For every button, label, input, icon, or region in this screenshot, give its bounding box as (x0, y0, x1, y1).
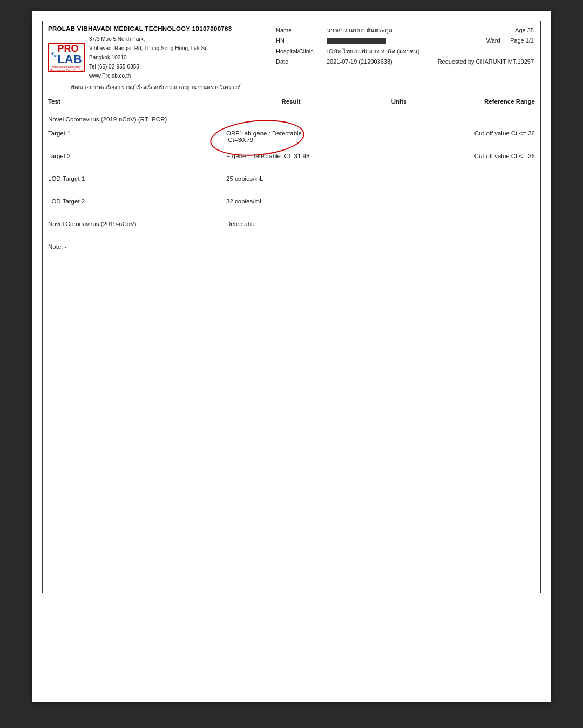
col-header-units: Units (350, 98, 448, 105)
row-range-covid (448, 220, 535, 221)
column-headers: Test Result Units Reference Range (42, 96, 541, 107)
col-header-test: Test (48, 98, 232, 105)
org-title: PROLAB VIBHAVADI MEDICAL TECHNOLOGY 1010… (48, 25, 263, 32)
slogan: พัฒนาอย่างต่อเนื่อง ปราชญ์เรื่องเรื่องบร… (48, 83, 263, 91)
date-row: Date 2021-07-19 (212003638) Requested by… (276, 58, 534, 65)
header-section: PROLAB VIBHAVADI MEDICAL TECHNOLOGY 1010… (42, 21, 541, 96)
table-row: Target 2 E gene : Detectable ,Ct=31.98 C… (48, 152, 535, 167)
table-row: LOD Target 2 32 copies/mL (48, 197, 535, 212)
row-label-covid: Novel Coronavirus (2019-nCoV) (48, 220, 226, 227)
table-row: Novel Coronavirus (2019-nCoV) Detectable (48, 220, 535, 235)
row-label-target2: Target 2 (48, 152, 226, 159)
row-units-target2 (350, 152, 448, 153)
row-range-target2: Cut-off value Ct <= 36 (448, 152, 535, 159)
logo-pro-text: PRO (57, 44, 82, 53)
header-left: PROLAB VIBHAVADI MEDICAL TECHNOLOGY 1010… (43, 21, 269, 96)
row-result-target1: ORF1 ab gene : Detectable ,Ct=30.79 (226, 129, 350, 143)
table-row: LOD Target 1 25 copies/mL (48, 174, 535, 189)
table-row: Target 1 ORF1 ab gene : Detectable ,Ct=3… (48, 129, 535, 144)
note-row: Note: - (48, 243, 535, 250)
row-range-lod1 (448, 174, 535, 175)
test-main-title: Novel Coronavirus (2019-nCoV) (RT- PCR) (48, 116, 535, 123)
row-range-target1: Cut-off value Ct <= 36 (448, 129, 535, 137)
row-result-lod2: 32 copies/mL (226, 197, 350, 205)
logo-sub-text: Professional LaboratoryManagement Corp. … (50, 65, 83, 72)
patient-name-row: Name นางสาว ณปภา ตันตระกูล Age 35 (276, 25, 534, 35)
logo-box: 🐾 PRO LAB Professional LaboratoryManagem… (48, 43, 85, 72)
address-block: 37/3 Moo 5 North Park, Vibhavadi-Rangsit… (89, 35, 207, 80)
row-units-lod2 (350, 197, 448, 198)
row-result-covid: Detectable (226, 220, 350, 227)
row-label-target1: Target 1 (48, 129, 226, 137)
redacted-hn (327, 38, 386, 44)
row-range-lod2 (448, 197, 535, 198)
row-label-lod1: LOD Target 1 (48, 174, 226, 182)
row-units-target1 (350, 129, 448, 130)
col-header-range: Reference Range (448, 98, 535, 105)
hospital-row: Hospital/Clinic บริษัท ไทยเบเฟ่เวเรจ จำก… (276, 46, 534, 56)
hn-row: HN Ward Page 1/1 (276, 37, 534, 44)
header-right: Name นางสาว ณปภา ตันตระกูล Age 35 HN War… (269, 21, 540, 96)
row-label-lod2: LOD Target 2 (48, 197, 226, 205)
logo-lab-text: LAB (57, 53, 82, 65)
row-units-covid (350, 220, 448, 221)
logo-row: 🐾 PRO LAB Professional LaboratoryManagem… (48, 35, 263, 80)
row-result-target2: E gene : Detectable ,Ct=31.98 (226, 152, 350, 159)
content-section: Novel Coronavirus (2019-nCoV) (RT- PCR) … (42, 107, 541, 593)
row-units-lod1 (350, 174, 448, 175)
row-result-lod1: 25 copies/mL (226, 174, 350, 182)
page-wrapper: PROLAB VIBHAVADI MEDICAL TECHNOLOGY 1010… (32, 11, 551, 702)
col-header-result: Result (232, 98, 350, 105)
